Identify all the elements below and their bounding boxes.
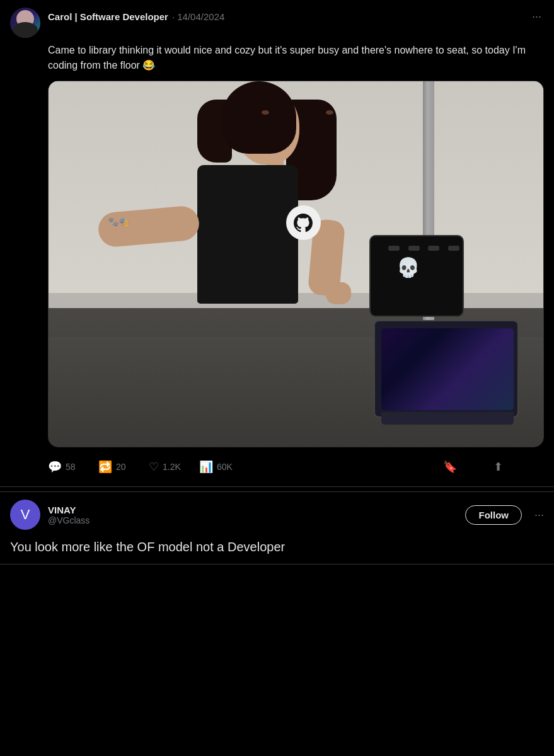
vinay-avatar[interactable]: V — [10, 500, 40, 530]
views-action[interactable]: 📊 60K — [199, 455, 250, 479]
like-icon: ♡ — [149, 460, 159, 474]
reply-action[interactable]: 💬 58 — [48, 455, 98, 479]
tweet-photo: 🐾🎭 💀 — [49, 81, 543, 447]
tweet-text: Came to library thinking it would nice a… — [48, 43, 544, 73]
more-options-icon[interactable]: ··· — [534, 508, 544, 522]
more-options-icon[interactable]: ··· — [529, 8, 544, 26]
retweet-count: 20 — [116, 462, 126, 472]
reply-tweet: V VINAY @VGclass Follow ··· You look mor… — [0, 492, 554, 564]
tweet-image[interactable]: 🐾🎭 💀 — [48, 81, 544, 447]
reply-icon: 💬 — [48, 460, 62, 474]
reply-user-info: VINAY @VGclass — [48, 505, 89, 525]
carol-avatar[interactable] — [10, 8, 40, 38]
tweet-meta: Carol | Software Developer · 14/04/2024 … — [48, 8, 544, 26]
retweet-action[interactable]: 🔁 20 — [98, 455, 149, 479]
like-action[interactable]: ♡ 1.2K — [149, 455, 199, 479]
retweet-icon: 🔁 — [98, 460, 112, 474]
reply-author-name[interactable]: VINAY — [48, 505, 89, 515]
bookmark-action[interactable]: 🔖 — [443, 455, 493, 479]
views-icon: 📊 — [199, 460, 213, 474]
like-count: 1.2K — [163, 462, 181, 472]
tweet-date: · 14/04/2024 — [172, 11, 224, 22]
share-icon: ⬆ — [493, 460, 503, 474]
bookmark-icon: 🔖 — [443, 460, 457, 474]
reply-author-username[interactable]: @VGclass — [48, 515, 89, 525]
share-action[interactable]: ⬆ — [493, 455, 544, 479]
author-display-name[interactable]: Carol | Software Developer — [48, 11, 168, 22]
tweet-header: Carol | Software Developer · 14/04/2024 … — [10, 8, 544, 38]
reply-text: You look more like the OF model not a De… — [10, 537, 544, 556]
reply-header: V VINAY @VGclass Follow ··· — [10, 500, 544, 530]
views-count: 60K — [217, 462, 233, 472]
original-tweet: Carol | Software Developer · 14/04/2024 … — [0, 0, 554, 487]
follow-button[interactable]: Follow — [465, 505, 522, 525]
reply-count: 58 — [66, 462, 76, 472]
tweet-actions: 💬 58 🔁 20 ♡ 1.2K 📊 60K 🔖 ⬆ — [48, 455, 544, 479]
